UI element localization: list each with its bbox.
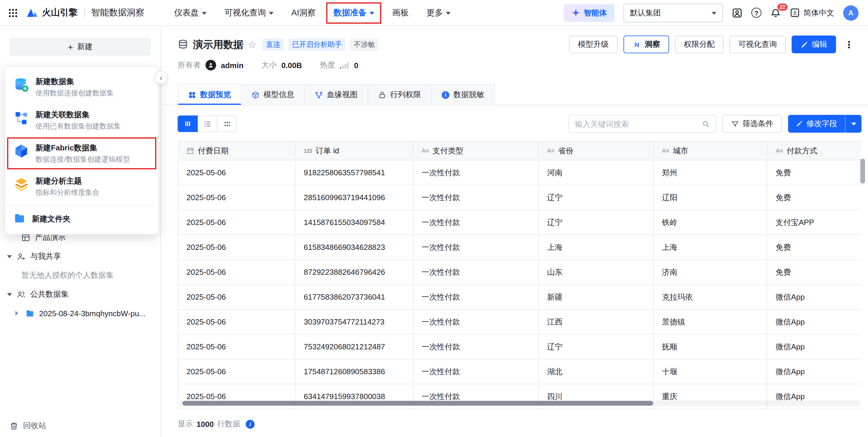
table-cell: 河南 xyxy=(538,160,653,185)
model-upgrade-button[interactable]: 模型升级 xyxy=(569,35,618,53)
table-row[interactable]: 2025-05-06 9182258063557798541 一次性付款 河南 … xyxy=(178,160,862,185)
menu-item-new-analysis-theme[interactable]: 新建分析主题 指标和分析维度集合 xyxy=(5,170,158,203)
column-header-order-id[interactable]: 123 订单 id xyxy=(295,141,413,160)
visual-query-button[interactable]: 可视化查询 xyxy=(730,35,786,53)
brand-divider xyxy=(84,8,85,18)
text-type-icon: A≡ xyxy=(776,148,783,154)
button-label: 可视化查询 xyxy=(738,39,777,50)
column-header-province[interactable]: A≡ 省份 xyxy=(538,141,653,160)
table-row[interactable]: 2025-05-06 3039703754772114273 一次性付款 江西 … xyxy=(178,309,862,334)
column-header-city[interactable]: A≡ 城市 xyxy=(653,141,767,160)
tab-lineage-view[interactable]: 血缘视图 xyxy=(304,84,368,105)
header-actions: 模型升级 N 洞察 权限分配 可视化查询 xyxy=(569,35,856,53)
table-row[interactable]: 2025-05-06 1754871260890583386 一次性付款 湖北 … xyxy=(178,359,862,384)
heat-label: 热度 xyxy=(320,60,335,70)
column-header-pay-method[interactable]: A≡ 付款方式 xyxy=(767,141,862,160)
lock-icon xyxy=(378,91,386,99)
column-view-button[interactable] xyxy=(178,116,198,132)
insight-button[interactable]: N 洞察 xyxy=(623,35,669,53)
menu-item-subtitle: 数据连接/数据集创建逻辑模型 xyxy=(35,155,130,164)
table-cell: 一次性付款 xyxy=(413,210,538,235)
tab-row-column-permission[interactable]: 行列权限 xyxy=(368,84,432,105)
column-header-pay-type[interactable]: A≡ 支付类型 xyxy=(413,141,538,160)
heat-value: 0 xyxy=(354,61,358,70)
tab-label: 数据脱敏 xyxy=(454,89,484,100)
table-row[interactable]: 2025-05-06 2851609963719441096 一次性付款 辽宁 … xyxy=(178,185,862,210)
new-button[interactable]: + 新建 xyxy=(9,38,151,56)
sidebar-tree: 产品演示 与我共享 暂无他人授权的个人数据集 公 xyxy=(0,228,160,323)
table-row[interactable]: 2025-05-06 7532492068021212487 一次性付款 辽宁 … xyxy=(178,334,862,359)
table-row[interactable]: 2025-05-06 6158348669034628823 一次性付款 上海 … xyxy=(178,235,862,260)
table-cell: 上海 xyxy=(538,235,653,260)
table-cell: 一次性付款 xyxy=(413,309,538,334)
column-header-pay-date[interactable]: 付费日期 xyxy=(178,141,295,160)
tree-collapse-icon[interactable] xyxy=(16,311,21,316)
button-label: 编辑 xyxy=(812,39,827,50)
tree-expand-icon[interactable] xyxy=(7,293,12,299)
badge-not-sensitive: 不涉敏 xyxy=(350,38,379,51)
info-icon[interactable]: i xyxy=(246,419,255,429)
filter-button[interactable]: 筛选条件 xyxy=(722,115,782,133)
pencil-icon xyxy=(796,120,803,127)
tree-item-public-datasets[interactable]: 公共数据集 xyxy=(0,285,160,304)
menu-item-title: 新建分析主题 xyxy=(35,176,99,186)
table-row[interactable]: 2025-05-06 1415876155034097584 一次性付款 辽宁 … xyxy=(178,210,862,235)
sidebar-collapse-handle[interactable]: ‹ xyxy=(155,71,167,84)
row-count-prefix: 显示 xyxy=(178,419,193,429)
edit-fields-dropdown[interactable] xyxy=(845,115,862,133)
nav-dashboard[interactable]: 仪表盘 xyxy=(168,4,213,22)
folder-icon xyxy=(13,213,26,224)
tab-data-masking[interactable]: i 数据脱敏 xyxy=(431,84,495,105)
search-icon[interactable] xyxy=(702,120,710,128)
permission-button[interactable]: 权限分配 xyxy=(675,35,723,53)
edit-button[interactable]: 编辑 xyxy=(792,35,836,53)
size-label: 大小 xyxy=(261,60,277,70)
tree-item-shared-with-me[interactable]: 与我共享 xyxy=(0,247,160,266)
nav-ai-insight[interactable]: AI洞察 xyxy=(285,4,321,22)
menu-item-new-folder[interactable]: 新建文件夹 xyxy=(5,206,158,230)
star-icon[interactable]: ☆ xyxy=(248,39,257,50)
user-avatar[interactable]: A xyxy=(843,5,859,21)
table-row[interactable]: 2025-05-06 6177583862073736041 一次性付款 新疆 … xyxy=(178,284,862,309)
badge-analysis-assistant: 已开启分析助手 xyxy=(289,38,345,51)
menu-item-new-dataset[interactable]: 新建数据集 使用数据连接创建数据集 xyxy=(5,70,158,104)
search-input[interactable] xyxy=(575,119,702,128)
menu-item-subtitle: 指标和分析维度集合 xyxy=(35,188,99,197)
apps-grid-icon[interactable] xyxy=(8,8,18,18)
help-glyph: ? xyxy=(751,8,762,18)
tab-data-preview[interactable]: 数据预览 xyxy=(178,84,242,105)
menu-item-new-fabric-dataset[interactable]: 新建Fabric数据集 数据连接/数据集创建逻辑模型 xyxy=(5,137,158,170)
svg-text:文: 文 xyxy=(793,10,797,15)
nav-canvas[interactable]: 画板 xyxy=(386,4,414,22)
table-cell: 免费 xyxy=(767,235,862,260)
language-switcher[interactable]: 文 简体中文 xyxy=(790,7,834,18)
tab-model-info[interactable]: 模型信息 xyxy=(241,84,305,105)
table-row[interactable]: 2025-05-06 8729223882646796426 一次性付款 山东 … xyxy=(178,260,862,284)
edit-fields-button[interactable]: 修改字段 xyxy=(788,115,845,133)
tree-item-public-folder[interactable]: 2025-08-24-3bmqhyncbW-pu... xyxy=(0,304,160,323)
signal-bars-icon xyxy=(340,61,349,69)
nav-more[interactable]: 更多 xyxy=(421,4,457,22)
nav-data-preparation[interactable]: 数据准备 xyxy=(328,4,380,22)
dataset-meta: 所有者 admin 大小 0.00B 热度 0 xyxy=(178,59,856,71)
owner-meta: 所有者 admin xyxy=(178,60,244,70)
vertical-scrollbar-thumb[interactable] xyxy=(860,159,865,184)
nav-label: 仪表盘 xyxy=(174,7,199,18)
owner-name: admin xyxy=(221,61,244,70)
brand-logo[interactable]: 火山引擎 xyxy=(26,6,78,19)
group-select[interactable]: 默认集团 xyxy=(623,3,723,22)
compact-view-button[interactable] xyxy=(217,116,237,132)
console-icon[interactable] xyxy=(732,7,742,18)
nav-visual-query[interactable]: 可视化查询 xyxy=(218,4,279,22)
recycle-bin[interactable]: 回收站 xyxy=(9,420,46,431)
tree-item-label: 公共数据集 xyxy=(30,289,69,300)
table-cell: 3039703754772114273 xyxy=(295,309,413,334)
horizontal-scrollbar-thumb[interactable] xyxy=(182,401,653,406)
notification-bell-icon[interactable]: 22 xyxy=(770,7,781,18)
help-icon[interactable]: ? xyxy=(751,8,762,18)
menu-item-new-linked-dataset[interactable]: 新建关联数据集 使用已有数据集创建数据集 xyxy=(5,104,158,137)
more-actions-icon[interactable]: ⋮ xyxy=(842,35,856,53)
tree-expand-icon[interactable] xyxy=(7,255,12,260)
agent-button[interactable]: 智能体 xyxy=(564,4,615,22)
list-view-button[interactable] xyxy=(197,116,217,132)
